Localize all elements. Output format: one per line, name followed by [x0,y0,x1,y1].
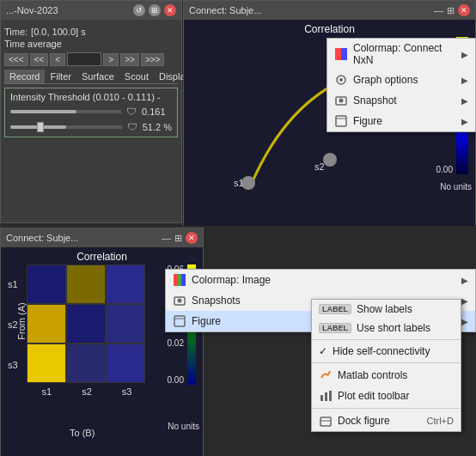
col-label-s1: s1 [42,386,52,397]
tab-filter[interactable]: Filter [45,70,76,83]
bottom-figure-icon [173,314,186,328]
nav-first-btn[interactable]: <<< [4,53,28,66]
svg-rect-16 [325,392,327,401]
connect-bottom-restore-icon[interactable]: ⊞ [174,233,182,244]
connect-main-colorbar-unit: No units [440,182,472,192]
connect-bottom-min-icon[interactable]: — [162,233,171,243]
nav-controls: <<< << < 0.0 > >> >>> [4,52,178,66]
submenu-dock-figure[interactable]: Dock figure Ctrl+D [312,410,461,431]
svg-rect-8 [174,274,178,286]
matrix-cell-s3s2 [66,344,106,383]
bottom-colormap-icon [173,273,186,287]
time-avg: Time average [4,39,178,49]
node-s2 [323,153,337,167]
bottom-colormap-arrow-icon: ▶ [461,276,468,285]
tabs-row: Record Filter Surface Scout Display + [4,70,178,84]
colorbar-val-3: 0.00 [436,165,453,174]
menu-item-colormap[interactable]: Colormap: Connect NxN ▶ [327,39,475,70]
menu-bottom-colormap[interactable]: Colormap: Image ▶ [166,270,475,290]
threshold-slider-2[interactable] [10,125,122,129]
svg-rect-6 [336,116,346,126]
nav-nextnext-btn[interactable]: >> [120,53,139,66]
menu-bottom-colormap-label: Colormap: Image [192,274,456,286]
threshold-box: Intensity Threshold (0.010 - 0.111) - 🛡 … [4,88,178,137]
tab-surface[interactable]: Surface [76,70,119,83]
connect-main-restore-icon[interactable]: ⊞ [447,5,455,16]
menu-graph-options-label: Graph options [353,74,456,86]
record-window: ...-Nov-2023 ↺ ⊞ ✕ Time: [0.0, 100.0] s … [0,0,182,223]
time-range: [0.0, 100.0] s [31,27,86,37]
slider-row-2: 🛡 51.2 % [10,121,172,133]
hide-self-check-icon: ✓ [319,345,327,357]
plot-icon [319,389,333,403]
submenu-show-labels-label: Show labels [357,303,454,315]
menu-item-figure[interactable]: Figure ▶ [327,111,475,131]
connect-bottom-title: Connect: Subje... [6,233,78,243]
colormap-icon [334,47,348,61]
shield-icon: 🛡 [126,106,137,118]
connect-main-graph-title: Correlation [184,20,475,35]
matrix-cell-s1s2 [66,264,106,304]
menu-item-snapshot[interactable]: Snapshot ▶ [327,90,475,111]
submenu-matlab[interactable]: Matlab controls [312,365,461,386]
record-min-btn[interactable]: ↺ [133,4,145,16]
matrix-row-1 [27,264,147,304]
connect-main-min-icon[interactable]: — [434,5,443,15]
record-close-btn[interactable]: ✕ [164,4,176,16]
submenu-short-labels[interactable]: LABEL Use short labels [312,319,461,337]
svg-point-5 [339,99,344,103]
bottom-snapshots-icon [173,294,186,307]
matrix-cell-s1s3 [106,264,145,304]
submenu-plot-toolbar-label: Plot edit toolbar [338,390,454,402]
matrix-cell-s2s2 [66,304,106,344]
snapshot-arrow-icon: ▶ [461,96,468,106]
snapshot-icon [334,94,348,107]
graph-options-icon [334,73,348,87]
submenu-divider-2 [312,362,461,363]
tab-scout[interactable]: Scout [119,70,154,83]
col-label-s2: s2 [82,386,92,397]
submenu-short-labels-label: Use short labels [357,322,454,334]
node-s2-label: s2 [314,161,325,172]
nav-prev-btn[interactable]: < [50,53,65,66]
matrix-row-3 [27,344,147,383]
matrix-cell-s3s1 [27,344,66,383]
time-label: Time: [4,27,27,37]
tab-record[interactable]: Record [4,70,45,83]
connect-bottom-graph-title: Correlation [1,247,203,263]
matrix-cell-s2s1 [27,304,66,344]
submenu-hide-self[interactable]: ✓ Hide self-connectivity [312,342,461,361]
slider-row-1: 🛡 0.161 [10,106,172,118]
dock-shortcut: Ctrl+D [427,416,454,426]
nav-prevprev-btn[interactable]: << [30,53,49,66]
row-label-s3: s3 [8,360,18,370]
menu-snapshot-label: Snapshot [353,94,456,106]
submenu-dock-figure-label: Dock figure [338,415,422,427]
dock-icon [319,414,333,428]
menu-item-graph-options[interactable]: Graph options ▶ [327,70,475,90]
svg-rect-0 [335,48,341,60]
nav-next-btn[interactable]: > [103,53,119,66]
nav-value-input[interactable]: 0.0 [67,52,101,66]
connect-main-close-btn[interactable]: ✕ [458,4,470,16]
record-titlebar: ...-Nov-2023 ↺ ⊞ ✕ [1,1,181,20]
matrix-cell-s1s1 [27,264,66,304]
graph-options-arrow-icon: ▶ [461,76,468,85]
record-title: ...-Nov-2023 [6,5,58,15]
nav-last-btn[interactable]: >>> [141,53,165,66]
figure-icon [334,114,348,128]
submenu-plot-toolbar[interactable]: Plot edit toolbar [312,386,461,406]
connect-bottom-close-btn[interactable]: ✕ [186,232,198,244]
threshold-slider-1[interactable] [10,110,121,113]
bottom-colorbar-val-4: 0.00 [168,375,184,385]
svg-rect-17 [329,391,332,401]
time-row: Time: [0.0, 100.0] s [4,27,178,37]
submenu-matlab-label: Matlab controls [338,369,454,381]
connect-main-titlebar: Connect: Subje... — ⊞ ✕ [184,1,475,20]
submenu-show-labels[interactable]: LABEL Show labels [312,300,461,319]
connect-bottom-window: Connect: Subje... — ⊞ ✕ Correlation s1 s… [0,228,204,456]
bottom-figure-arrow-icon: ▶ [461,317,468,326]
svg-rect-15 [320,395,323,401]
record-restore-btn[interactable]: ⊞ [149,4,161,16]
submenu-figure: LABEL Show labels LABEL Use short labels… [311,299,461,432]
